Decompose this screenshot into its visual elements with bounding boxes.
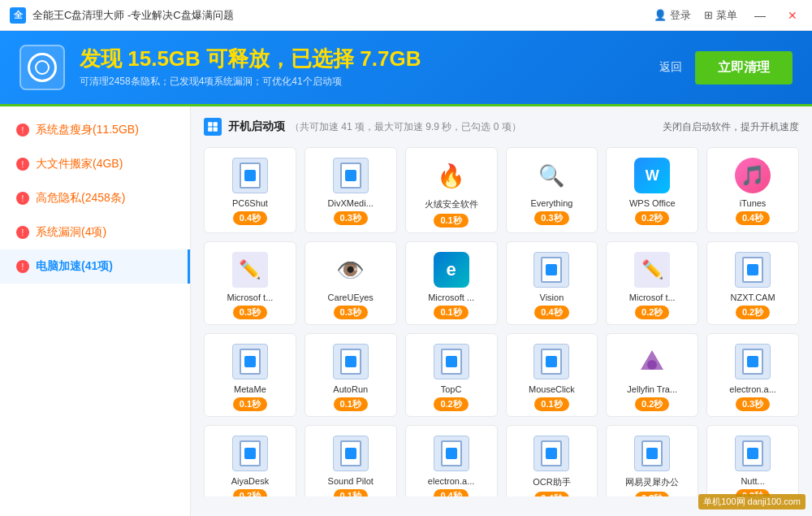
app-card-9[interactable]: Vision 0.4秒 xyxy=(506,241,598,325)
app-card-16[interactable]: Jellyfin Tra... 0.2秒 xyxy=(606,333,698,417)
app-card-7[interactable]: 👁️ CareUEyes 0.3秒 xyxy=(304,241,397,325)
main-layout: ! 系统盘瘦身(11.5GB) ! 大文件搬家(4GB) ! 高危隐私(2458… xyxy=(0,106,812,516)
app-name-14: TopC xyxy=(411,384,492,394)
app-card-1[interactable]: DivXMedi... 0.3秒 xyxy=(304,147,397,233)
app-name-20: electron.a... xyxy=(411,476,492,486)
app-name-8: Microsoft ... xyxy=(411,293,492,302)
menu-icon: ⊞ xyxy=(704,9,713,21)
app-badge-1: 0.3秒 xyxy=(334,211,368,225)
app-name-9: Vision xyxy=(512,293,593,302)
app-name-3: Everything xyxy=(512,198,593,208)
sidebar-item-privacy[interactable]: ! 高危隐私(2458条) xyxy=(0,181,190,215)
app-icon-15 xyxy=(532,342,571,381)
warning-dot: ! xyxy=(16,226,29,239)
sidebar-label-large-file: 大文件搬家(4GB) xyxy=(36,157,123,171)
app-name-21: OCR助手 xyxy=(512,476,593,488)
svg-rect-1 xyxy=(214,122,218,126)
watermark: 单机100网 danji100.com xyxy=(698,494,806,509)
app-name-1: DivXMedi... xyxy=(310,198,391,208)
app-badge-15: 0.1秒 xyxy=(534,397,568,411)
app-card-22[interactable]: 网易灵犀办公 0.3秒 xyxy=(606,425,698,496)
app-badge-9: 0.4秒 xyxy=(534,306,568,319)
app-icon-2: 🔥 xyxy=(432,156,471,195)
hero-icon xyxy=(19,45,65,90)
app-name-13: AutoRun xyxy=(310,384,391,394)
app-card-20[interactable]: electron.a... 0.4秒 xyxy=(405,425,498,496)
app-card-3[interactable]: 🔍 Everything 0.3秒 xyxy=(506,147,598,233)
app-badge-20: 0.4秒 xyxy=(434,489,468,496)
section-info: （共可加速 41 项，最大可加速 9.9 秒，已勾选 0 项） xyxy=(290,120,521,134)
app-badge-13: 0.1秒 xyxy=(334,397,368,411)
app-icon-3: 🔍 xyxy=(532,156,571,195)
app-card-17[interactable]: electron.a... 0.3秒 xyxy=(706,333,799,417)
app-badge-7: 0.3秒 xyxy=(334,306,368,319)
warning-dot: ! xyxy=(16,192,29,205)
app-name-17: electron.a... xyxy=(712,384,793,394)
hero-title-prefix: 发现 xyxy=(80,46,127,71)
warning-dot: ! xyxy=(16,158,29,171)
app-name-6: Microsof t... xyxy=(209,293,291,302)
app-icon-23 xyxy=(733,434,772,473)
app-icon-5: 🎵 xyxy=(733,156,772,195)
back-button[interactable]: 返回 xyxy=(659,60,682,75)
app-icon-18 xyxy=(231,434,270,473)
app-icon-13 xyxy=(331,342,370,381)
hero-text: 发现 15.5GB 可释放，已选择 7.7GB 可清理2458条隐私；已发现4项… xyxy=(80,46,659,89)
section-tip: 关闭自启动软件，提升开机速度 xyxy=(663,120,799,134)
titlebar: 全 全能王C盘清理大师 -专业解决C盘爆满问题 👤 登录 ⊞ 菜单 — ✕ xyxy=(0,0,812,31)
sidebar-item-vuln[interactable]: ! 系统漏洞(4项) xyxy=(0,215,190,249)
warning-dot: ! xyxy=(16,260,29,273)
app-icon-7: 👁️ xyxy=(331,250,370,289)
app-icon-10: ✏️ xyxy=(633,250,672,289)
app-icon-4: W xyxy=(633,156,672,195)
app-name-18: AiyaDesk xyxy=(209,476,291,486)
app-card-4[interactable]: W WPS Office 0.2秒 xyxy=(606,147,698,233)
close-button[interactable]: ✕ xyxy=(783,9,802,22)
hero-icon-inner xyxy=(28,53,57,82)
menu-button[interactable]: ⊞ 菜单 xyxy=(704,8,737,23)
app-badge-3: 0.3秒 xyxy=(534,211,568,225)
app-card-12[interactable]: MetaMe 0.1秒 xyxy=(204,333,296,417)
app-badge-14: 0.2秒 xyxy=(434,397,468,411)
app-card-23[interactable]: Nutt... 0.3秒 xyxy=(706,425,799,496)
sidebar-item-disk-slim[interactable]: ! 系统盘瘦身(11.5GB) xyxy=(0,113,190,147)
app-card-15[interactable]: MouseClick 0.1秒 xyxy=(506,333,598,417)
app-icon-22 xyxy=(633,434,672,473)
app-card-8[interactable]: e Microsoft ... 0.1秒 xyxy=(405,241,498,325)
app-card-11[interactable]: NZXT.CAM 0.2秒 xyxy=(706,241,799,325)
hero-title-mid: 可释放，已选择 xyxy=(201,46,360,71)
app-card-10[interactable]: ✏️ Microsof t... 0.2秒 xyxy=(606,241,698,325)
sidebar-label-disk-slim: 系统盘瘦身(11.5GB) xyxy=(36,123,139,137)
hero-actions: 返回 立即清理 xyxy=(659,51,793,85)
hero-subtitle: 可清理2458条隐私；已发现4项系统漏洞；可优化41个启动项 xyxy=(80,75,659,89)
app-badge-18: 0.2秒 xyxy=(233,489,267,496)
app-card-21[interactable]: OCR助手 0.4秒 xyxy=(506,425,598,496)
app-card-14[interactable]: TopC 0.2秒 xyxy=(405,333,498,417)
app-card-5[interactable]: 🎵 iTunes 0.4秒 xyxy=(706,147,799,233)
section-icon xyxy=(204,118,222,136)
app-card-18[interactable]: AiyaDesk 0.2秒 xyxy=(204,425,296,496)
app-name-0: PC6Shut xyxy=(209,198,291,208)
app-icon-12 xyxy=(231,342,270,381)
app-card-13[interactable]: AutoRun 0.1秒 xyxy=(304,333,397,417)
app-card-19[interactable]: Sound Pilot 0.1秒 xyxy=(304,425,397,496)
app-card-0[interactable]: PC6Shut 0.4秒 xyxy=(204,147,296,233)
app-badge-22: 0.3秒 xyxy=(635,492,669,496)
app-logo: 全 xyxy=(10,7,26,24)
logo-text: 全 xyxy=(14,9,23,21)
svg-point-4 xyxy=(647,360,657,370)
sidebar-item-speedup[interactable]: ! 电脑加速(41项) xyxy=(0,249,190,284)
login-button[interactable]: 👤 登录 xyxy=(654,8,691,23)
app-name-10: Microsof t... xyxy=(611,293,693,302)
app-title: 全能王C盘清理大师 -专业解决C盘爆满问题 xyxy=(32,8,654,23)
app-badge-17: 0.3秒 xyxy=(736,397,770,411)
app-card-6[interactable]: ✏️ Microsof t... 0.3秒 xyxy=(204,241,296,325)
app-badge-5: 0.4秒 xyxy=(736,211,770,225)
app-badge-0: 0.4秒 xyxy=(233,211,267,225)
app-card-2[interactable]: 🔥 火绒安全软件 0.1秒 xyxy=(405,147,498,233)
app-name-5: iTunes xyxy=(712,198,793,208)
clean-button[interactable]: 立即清理 xyxy=(695,51,793,85)
sidebar-item-large-file[interactable]: ! 大文件搬家(4GB) xyxy=(0,147,190,181)
app-badge-16: 0.2秒 xyxy=(635,397,669,411)
minimize-button[interactable]: — xyxy=(750,9,770,22)
